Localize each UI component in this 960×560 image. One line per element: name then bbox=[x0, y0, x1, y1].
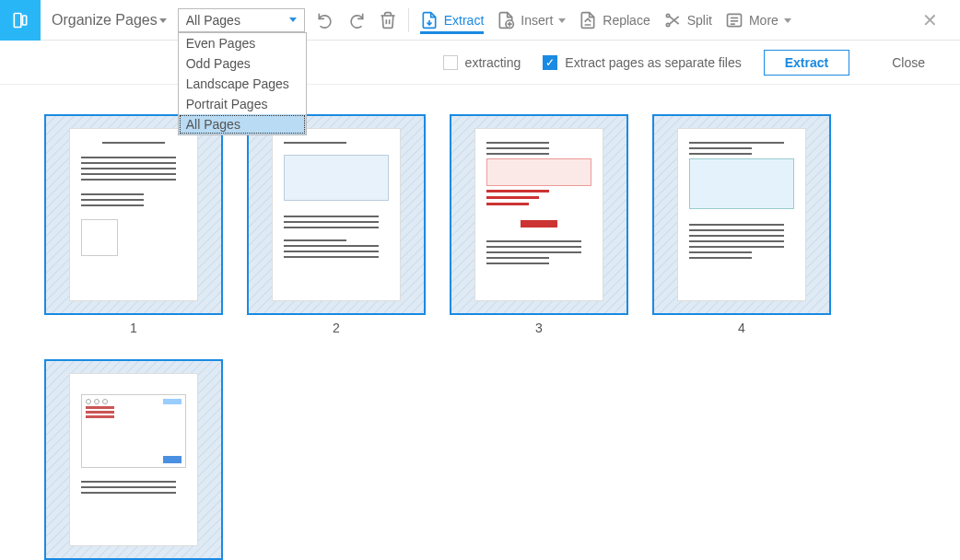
dropdown-item[interactable]: All Pages bbox=[179, 114, 306, 134]
delete-after-extracting-checkbox[interactable]: extracting bbox=[443, 55, 521, 70]
page-thumbnail[interactable]: 4 bbox=[652, 114, 831, 335]
close-panel-button[interactable]: ✕ bbox=[915, 6, 945, 35]
dropdown-item[interactable]: Portrait Pages bbox=[179, 94, 306, 114]
page-number: 3 bbox=[535, 321, 543, 335]
page-thumbnail[interactable]: 2 bbox=[247, 114, 426, 335]
extract-action-button[interactable]: Extract bbox=[764, 50, 849, 76]
panel-title[interactable]: Organize Pages bbox=[41, 12, 178, 29]
chevron-down-icon bbox=[159, 18, 167, 23]
close-action-button[interactable]: Close bbox=[872, 51, 945, 75]
undo-button[interactable] bbox=[316, 11, 334, 29]
page-thumbnail[interactable]: 3 bbox=[450, 114, 628, 335]
split-button[interactable]: Split bbox=[663, 11, 712, 29]
svg-point-3 bbox=[666, 14, 669, 17]
more-label: More bbox=[749, 13, 779, 28]
checkbox-box bbox=[443, 55, 458, 70]
dropdown-item[interactable]: Even Pages bbox=[179, 33, 306, 53]
page-number: 2 bbox=[333, 321, 340, 335]
page-thumbnail[interactable]: 5 bbox=[44, 359, 223, 560]
dropdown-item[interactable]: Odd Pages bbox=[179, 53, 306, 74]
replace-label: Replace bbox=[603, 13, 650, 28]
page-range-dropdown: Even Pages Odd Pages Landscape Pages Por… bbox=[178, 32, 307, 135]
split-label: Split bbox=[687, 13, 712, 28]
checkbox-box-checked: ✓ bbox=[543, 55, 557, 70]
svg-rect-0 bbox=[14, 13, 20, 27]
app-icon bbox=[0, 0, 41, 41]
chevron-down-icon bbox=[289, 18, 297, 22]
page-range-value: All Pages bbox=[186, 13, 240, 28]
page-range-select[interactable]: All Pages Even Pages Odd Pages Landscape… bbox=[178, 8, 305, 32]
replace-button[interactable]: Replace bbox=[579, 11, 650, 29]
page-number: 4 bbox=[738, 321, 745, 335]
more-button[interactable]: More bbox=[725, 11, 791, 29]
delete-button[interactable] bbox=[379, 11, 397, 29]
page-thumbnail[interactable]: 1 bbox=[44, 114, 223, 335]
dropdown-item[interactable]: Landscape Pages bbox=[179, 74, 306, 94]
extract-separate-files-checkbox[interactable]: ✓ Extract pages as separate files bbox=[543, 55, 741, 70]
redo-button[interactable] bbox=[347, 11, 366, 29]
extract-button[interactable]: Extract bbox=[420, 11, 485, 34]
extract-label: Extract bbox=[444, 13, 485, 28]
svg-point-4 bbox=[666, 23, 669, 26]
chevron-down-icon bbox=[784, 18, 791, 23]
page-thumbnails-grid: 1 2 3 4 5 bbox=[0, 85, 960, 560]
separate-files-label: Extract pages as separate files bbox=[565, 55, 741, 70]
chevron-down-icon bbox=[558, 18, 566, 23]
insert-label: Insert bbox=[521, 13, 553, 28]
page-number: 1 bbox=[130, 321, 137, 335]
svg-rect-1 bbox=[23, 16, 27, 25]
insert-button[interactable]: Insert bbox=[497, 11, 566, 29]
panel-title-label: Organize Pages bbox=[52, 12, 158, 29]
delete-after-label: extracting bbox=[465, 55, 521, 70]
